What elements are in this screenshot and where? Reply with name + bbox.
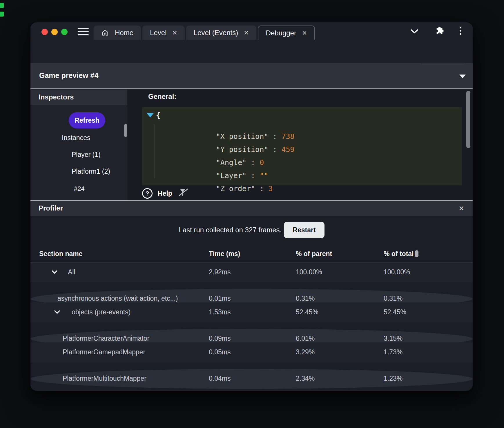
section-name: PlatformerCharacterAnimator (63, 335, 149, 342)
help-icon[interactable]: ? (142, 188, 153, 199)
parent-percent: 6.01% (296, 335, 315, 342)
gdevelop-debugger-window: Home Level × Level (Events) × Debugger × (30, 22, 473, 391)
total-percent: 100.00% (384, 268, 410, 276)
profiler-scrollbar-thumb[interactable] (415, 250, 418, 257)
inspectors-scrollbar-thumb[interactable] (124, 124, 127, 137)
section-name: objects (pre-events) (72, 308, 130, 316)
total-percent: 1.73% (384, 348, 403, 356)
profiler-header: Profiler × (30, 201, 473, 216)
total-percent: 3.15% (384, 335, 403, 342)
inspectors-panel: Inspectors Refresh Instances Player (1) … (30, 90, 127, 200)
game-preview-header[interactable]: Game preview #4 (30, 63, 473, 89)
section-name: PlatformerGamepadMapper (63, 348, 145, 356)
general-section-title: General: (148, 93, 176, 101)
time-value: 0.05ms (209, 348, 231, 356)
macos-close-button[interactable] (41, 29, 48, 35)
tree-item-player[interactable]: Player (1) (72, 151, 101, 159)
column-header-time: Time (ms) (209, 250, 240, 258)
inspectors-title: Inspectors (39, 93, 74, 101)
profiler-status-row: Last run collected on 327 frames. Restar… (30, 222, 473, 238)
table-row[interactable]: All 2.92ms 100.00% 100.00% (30, 262, 473, 282)
help-button[interactable]: Help (158, 190, 172, 197)
desktop-artifact (0, 12, 4, 17)
tree-item-instance-24[interactable]: #24 (74, 185, 85, 193)
column-header-section: Section name (39, 250, 83, 258)
table-row[interactable]: objects (pre-events) 1.53ms 52.45% 52.45… (30, 302, 473, 322)
chevron-down-icon[interactable] (54, 308, 61, 316)
indent-guide (155, 124, 155, 178)
profiler-title: Profiler (39, 204, 63, 212)
tab-home[interactable]: Home (94, 26, 141, 40)
close-icon[interactable]: × (302, 29, 307, 37)
restart-button[interactable]: Restart (284, 222, 324, 238)
titlebar: Home Level × Level (Events) × Debugger × (30, 22, 473, 40)
total-percent: 0.31% (384, 295, 403, 302)
parent-percent: 52.45% (296, 308, 318, 316)
extensions-puzzle-icon[interactable] (433, 26, 444, 38)
parent-percent: 0.31% (296, 295, 315, 302)
tree-item-platform1[interactable]: Platform1 (2) (72, 168, 110, 175)
table-row[interactable]: PlatformerMultitouchMapper 0.04ms 2.34% … (30, 369, 473, 389)
open-brace: { (156, 111, 160, 119)
inspectors-list: Refresh Instances Player (1) Platform1 (… (30, 105, 127, 200)
section-name: asynchronous actions (wait action, etc..… (57, 295, 178, 302)
instance-properties-json: { "X position" : 738 "Y position" : 459 … (142, 107, 462, 185)
general-scrollbar-thumb[interactable] (466, 91, 470, 148)
column-header-parent: % of parent (296, 250, 332, 258)
time-value: 2.92ms (209, 268, 231, 276)
profiler-status-text: Last run collected on 327 frames. (179, 226, 282, 234)
parent-percent: 100.00% (296, 268, 322, 276)
tab-label: Home (115, 29, 133, 37)
chevron-down-icon[interactable] (51, 268, 58, 276)
debugger-toolbar: > Pause (30, 40, 473, 63)
chevron-down-icon[interactable] (410, 28, 419, 35)
profiler-panel: Last run collected on 327 frames. Restar… (30, 216, 473, 391)
game-preview-title: Game preview #4 (39, 71, 98, 80)
close-icon[interactable]: × (172, 29, 177, 37)
close-icon[interactable]: × (459, 203, 464, 213)
refresh-button[interactable]: Refresh (69, 112, 105, 128)
section-name: All (68, 268, 75, 276)
table-row[interactable]: PlatformerGamepadMapper 0.05ms 3.29% 1.7… (30, 342, 473, 362)
collapse-caret-icon[interactable] (459, 75, 466, 78)
macos-zoom-button[interactable] (61, 29, 68, 35)
profiler-table: All 2.92ms 100.00% 100.00% asynchronous … (30, 262, 473, 382)
help-row: ? Help (142, 188, 188, 199)
desktop-artifact (0, 3, 4, 8)
tab-bar: Home Level × Level (Events) × Debugger × (94, 26, 315, 40)
inspector-section: Inspectors Refresh Instances Player (1) … (30, 90, 473, 200)
section-name: PlatformerMultitouchMapper (63, 375, 146, 382)
total-percent: 1.23% (384, 375, 403, 382)
tree-item-instances[interactable]: Instances (62, 134, 90, 142)
home-icon (101, 29, 109, 37)
inspectors-header: Inspectors (30, 90, 127, 105)
column-header-total: % of total (384, 250, 414, 258)
tab-label: Level (Events) (194, 29, 238, 37)
parent-percent: 3.29% (296, 348, 315, 356)
unpin-icon[interactable] (177, 188, 188, 199)
time-value: 0.09ms (209, 335, 231, 342)
hamburger-menu-icon[interactable] (78, 28, 89, 35)
tab-level[interactable]: Level × (142, 26, 185, 40)
total-percent: 52.45% (384, 308, 406, 316)
tab-label: Level (150, 29, 166, 37)
tab-label: Debugger (266, 29, 296, 37)
macos-minimize-button[interactable] (51, 29, 58, 35)
tab-debugger[interactable]: Debugger × (258, 26, 315, 40)
parent-percent: 2.34% (296, 375, 315, 382)
expand-triangle-icon[interactable] (147, 113, 154, 117)
time-value: 0.01ms (209, 295, 231, 302)
kebab-menu-icon[interactable] (460, 27, 461, 35)
screenshot-root: Home Level × Level (Events) × Debugger × (0, 0, 504, 428)
close-icon[interactable]: × (244, 29, 249, 37)
time-value: 0.04ms (209, 375, 231, 382)
tab-level-events[interactable]: Level (Events) × (186, 26, 256, 40)
time-value: 1.53ms (209, 308, 231, 316)
